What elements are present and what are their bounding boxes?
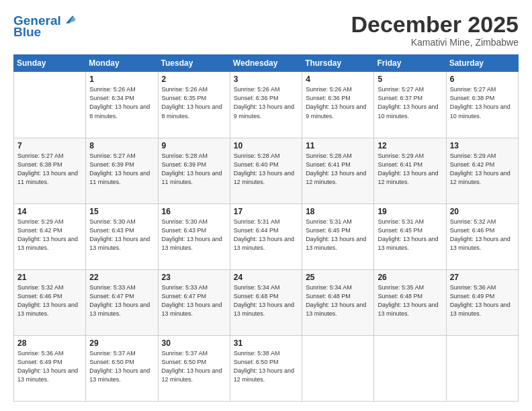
- daylight-text: Daylight: 13 hours and 10 minutes.: [378, 103, 442, 120]
- cell-info: Sunrise: 5:31 AM Sunset: 6:45 PM Dayligh…: [306, 218, 370, 253]
- sunset-text: Sunset: 6:40 PM: [234, 161, 298, 169]
- sunrise-text: Sunrise: 5:27 AM: [89, 152, 154, 161]
- daylight-text: Daylight: 13 hours and 8 minutes.: [162, 103, 226, 120]
- sunset-text: Sunset: 6:50 PM: [234, 358, 298, 367]
- daylight-text: Daylight: 13 hours and 12 minutes.: [378, 169, 442, 187]
- cell-info: Sunrise: 5:31 AM Sunset: 6:45 PM Dayligh…: [378, 218, 442, 253]
- sunset-text: Sunset: 6:38 PM: [17, 161, 82, 169]
- sunset-text: Sunset: 6:50 PM: [89, 358, 154, 367]
- header: General Blue December 2025 Kamativi Mine…: [13, 12, 519, 48]
- cell-info: Sunrise: 5:27 AM Sunset: 6:38 PM Dayligh…: [450, 85, 515, 120]
- table-row: 26 Sunrise: 5:35 AM Sunset: 6:48 PM Dayl…: [374, 269, 446, 335]
- sunset-text: Sunset: 6:36 PM: [234, 94, 298, 103]
- sunset-text: Sunset: 6:41 PM: [378, 161, 442, 169]
- cell-info: Sunrise: 5:30 AM Sunset: 6:43 PM Dayligh…: [162, 218, 226, 253]
- location: Kamativi Mine, Zimbabwe: [351, 37, 519, 48]
- day-number: 9: [162, 141, 226, 150]
- cell-info: Sunrise: 5:38 AM Sunset: 6:50 PM Dayligh…: [234, 349, 298, 384]
- day-number: 25: [306, 273, 370, 282]
- sunrise-text: Sunrise: 5:26 AM: [162, 85, 226, 94]
- cell-info: Sunrise: 5:31 AM Sunset: 6:44 PM Dayligh…: [234, 218, 298, 253]
- daylight-text: Daylight: 13 hours and 13 minutes.: [306, 301, 370, 318]
- sunrise-text: Sunrise: 5:28 AM: [234, 152, 298, 161]
- sunrise-text: Sunrise: 5:36 AM: [450, 283, 515, 292]
- table-row: [374, 335, 446, 401]
- day-number: 4: [306, 75, 370, 84]
- sunset-text: Sunset: 6:44 PM: [234, 226, 298, 235]
- table-row: [302, 335, 374, 401]
- cell-info: Sunrise: 5:35 AM Sunset: 6:48 PM Dayligh…: [378, 283, 442, 318]
- table-row: 20 Sunrise: 5:32 AM Sunset: 6:46 PM Dayl…: [446, 203, 518, 269]
- sunrise-text: Sunrise: 5:30 AM: [89, 218, 154, 226]
- header-tuesday: Tuesday: [158, 55, 230, 72]
- sunrise-text: Sunrise: 5:29 AM: [378, 152, 442, 161]
- sunset-text: Sunset: 6:42 PM: [17, 226, 82, 235]
- cell-info: Sunrise: 5:26 AM Sunset: 6:34 PM Dayligh…: [89, 85, 154, 120]
- cell-info: Sunrise: 5:32 AM Sunset: 6:46 PM Dayligh…: [450, 218, 515, 253]
- sunset-text: Sunset: 6:47 PM: [89, 292, 154, 301]
- calendar-week-row: 1 Sunrise: 5:26 AM Sunset: 6:34 PM Dayli…: [14, 72, 519, 138]
- day-number: 6: [450, 75, 515, 84]
- cell-info: Sunrise: 5:28 AM Sunset: 6:40 PM Dayligh…: [234, 152, 298, 187]
- sunset-text: Sunset: 6:36 PM: [306, 94, 370, 103]
- sunset-text: Sunset: 6:35 PM: [162, 94, 226, 103]
- daylight-text: Daylight: 13 hours and 13 minutes.: [17, 235, 82, 253]
- daylight-text: Daylight: 13 hours and 12 minutes.: [450, 169, 515, 187]
- daylight-text: Daylight: 13 hours and 12 minutes.: [234, 367, 298, 384]
- day-number: 26: [378, 273, 442, 282]
- sunset-text: Sunset: 6:41 PM: [306, 161, 370, 169]
- cell-info: Sunrise: 5:36 AM Sunset: 6:49 PM Dayligh…: [17, 349, 82, 384]
- day-number: 20: [450, 207, 515, 216]
- day-number: 27: [450, 273, 515, 282]
- cell-info: Sunrise: 5:34 AM Sunset: 6:48 PM Dayligh…: [234, 283, 298, 318]
- calendar-header-row: Sunday Monday Tuesday Wednesday Thursday…: [14, 55, 519, 72]
- calendar-week-row: 28 Sunrise: 5:36 AM Sunset: 6:49 PM Dayl…: [14, 335, 519, 401]
- table-row: 19 Sunrise: 5:31 AM Sunset: 6:45 PM Dayl…: [374, 203, 446, 269]
- day-number: 1: [89, 75, 154, 84]
- cell-info: Sunrise: 5:27 AM Sunset: 6:39 PM Dayligh…: [89, 152, 154, 187]
- daylight-text: Daylight: 13 hours and 12 minutes.: [306, 169, 370, 187]
- sunrise-text: Sunrise: 5:28 AM: [162, 152, 226, 161]
- sunrise-text: Sunrise: 5:33 AM: [162, 283, 226, 292]
- sunrise-text: Sunrise: 5:27 AM: [17, 152, 82, 161]
- sunrise-text: Sunrise: 5:26 AM: [234, 85, 298, 94]
- table-row: 1 Sunrise: 5:26 AM Sunset: 6:34 PM Dayli…: [86, 72, 158, 138]
- table-row: [446, 335, 518, 401]
- table-row: 2 Sunrise: 5:26 AM Sunset: 6:35 PM Dayli…: [158, 72, 230, 138]
- page: General Blue December 2025 Kamativi Mine…: [0, 0, 532, 411]
- cell-info: Sunrise: 5:33 AM Sunset: 6:47 PM Dayligh…: [89, 283, 154, 318]
- header-wednesday: Wednesday: [230, 55, 302, 72]
- daylight-text: Daylight: 13 hours and 12 minutes.: [234, 169, 298, 187]
- header-friday: Friday: [374, 55, 446, 72]
- daylight-text: Daylight: 13 hours and 13 minutes.: [17, 301, 82, 318]
- sunrise-text: Sunrise: 5:34 AM: [306, 283, 370, 292]
- table-row: 27 Sunrise: 5:36 AM Sunset: 6:49 PM Dayl…: [446, 269, 518, 335]
- table-row: 28 Sunrise: 5:36 AM Sunset: 6:49 PM Dayl…: [14, 335, 86, 401]
- sunrise-text: Sunrise: 5:26 AM: [306, 85, 370, 94]
- sunset-text: Sunset: 6:38 PM: [450, 94, 515, 103]
- day-number: 3: [234, 75, 298, 84]
- sunrise-text: Sunrise: 5:38 AM: [234, 349, 298, 358]
- calendar-week-row: 7 Sunrise: 5:27 AM Sunset: 6:38 PM Dayli…: [14, 138, 519, 203]
- title-block: December 2025 Kamativi Mine, Zimbabwe: [351, 12, 519, 48]
- sunrise-text: Sunrise: 5:30 AM: [162, 218, 226, 226]
- sunset-text: Sunset: 6:43 PM: [89, 226, 154, 235]
- logo: General Blue: [13, 12, 77, 38]
- day-number: 16: [162, 207, 226, 216]
- daylight-text: Daylight: 13 hours and 13 minutes.: [89, 301, 154, 318]
- day-number: 13: [450, 141, 515, 150]
- daylight-text: Daylight: 13 hours and 9 minutes.: [234, 103, 298, 120]
- table-row: 24 Sunrise: 5:34 AM Sunset: 6:48 PM Dayl…: [230, 269, 302, 335]
- calendar-week-row: 14 Sunrise: 5:29 AM Sunset: 6:42 PM Dayl…: [14, 203, 519, 269]
- calendar-table: Sunday Monday Tuesday Wednesday Thursday…: [13, 54, 519, 402]
- day-number: 23: [162, 273, 226, 282]
- day-number: 10: [234, 141, 298, 150]
- sunrise-text: Sunrise: 5:29 AM: [17, 218, 82, 226]
- sunrise-text: Sunrise: 5:31 AM: [378, 218, 442, 226]
- sunset-text: Sunset: 6:43 PM: [162, 226, 226, 235]
- table-row: 8 Sunrise: 5:27 AM Sunset: 6:39 PM Dayli…: [86, 138, 158, 203]
- day-number: 22: [89, 273, 154, 282]
- sunrise-text: Sunrise: 5:37 AM: [89, 349, 154, 358]
- sunset-text: Sunset: 6:37 PM: [378, 94, 442, 103]
- table-row: 9 Sunrise: 5:28 AM Sunset: 6:39 PM Dayli…: [158, 138, 230, 203]
